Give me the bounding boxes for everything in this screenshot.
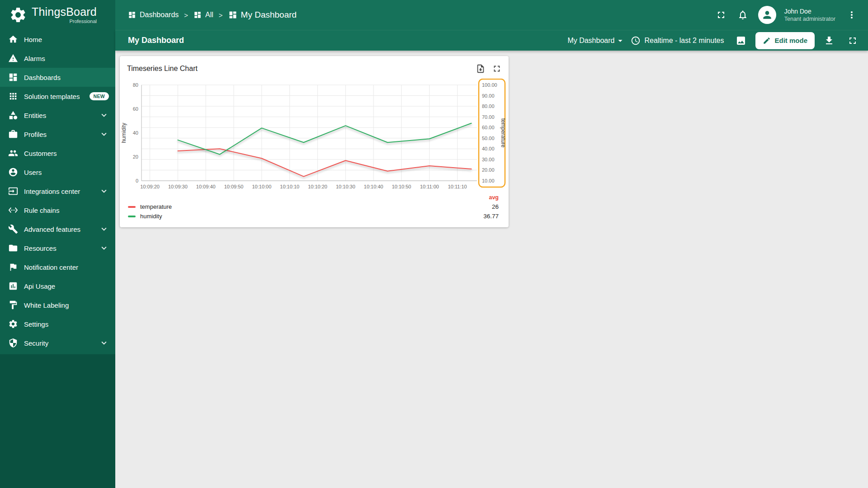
svg-text:100.00: 100.00: [482, 82, 497, 88]
timewindow-button[interactable]: Realtime - last 2 minutes: [631, 36, 724, 46]
chevron-down-icon: [99, 224, 109, 234]
breadcrumb-dashboards[interactable]: Dashboards: [128, 11, 179, 19]
widget-fullscreen-icon[interactable]: [490, 61, 504, 76]
legend-item-temperature[interactable]: temperature: [128, 202, 172, 211]
topbar-actions: John Doe Tenant administrator: [712, 6, 861, 24]
legend-avg-humidity: 36.77: [483, 211, 499, 221]
sidebar-item-label: Advanced features: [24, 225, 80, 233]
notifications-bell-icon[interactable]: [734, 6, 752, 24]
sidebar-item-label: Notification center: [24, 263, 78, 271]
breadcrumb-separator: >: [184, 11, 188, 19]
sidebar-item-integrations-center[interactable]: Integrations center: [0, 182, 115, 201]
sidebar-item-dashboards[interactable]: Dashboards: [0, 68, 115, 87]
sidebar-item-users[interactable]: Users: [0, 163, 115, 182]
sidebar-menu: Home Alarms Dashboards Solution template…: [0, 30, 115, 354]
right-axis-label: temperature: [500, 118, 506, 148]
legend-series: temperature humidity: [128, 192, 172, 221]
sidebar-item-profiles[interactable]: Profiles: [0, 125, 115, 144]
svg-text:20: 20: [133, 154, 138, 160]
fullscreen-button[interactable]: [712, 6, 730, 24]
sidebar: ThingsBoard Professional Home Alarms Das…: [0, 0, 115, 488]
dashboard-image-button[interactable]: [732, 32, 750, 50]
svg-text:10:09:20: 10:09:20: [140, 184, 160, 189]
folder-icon: [8, 243, 18, 253]
right-axis-highlighted[interactable]: 10.0020.0030.0040.0050.0060.0070.0080.00…: [479, 79, 506, 187]
user-menu[interactable]: John Doe Tenant administrator: [784, 7, 835, 23]
timeseries-chart[interactable]: 02040608010:09:2010:09:3010:09:4010:09:5…: [120, 79, 509, 192]
svg-text:60: 60: [133, 106, 138, 112]
legend-label: humidity: [140, 213, 162, 220]
warning-icon: [8, 53, 18, 63]
sidebar-item-advanced-features[interactable]: Advanced features: [0, 220, 115, 239]
svg-text:10:10:40: 10:10:40: [364, 184, 383, 189]
sidebar-item-security[interactable]: Security: [0, 333, 115, 352]
sidebar-item-api-usage[interactable]: Api Usage: [0, 277, 115, 296]
sidebar-item-rule-chains[interactable]: Rule chains: [0, 201, 115, 220]
svg-text:10.00: 10.00: [482, 178, 495, 183]
sidebar-item-label: Alarms: [24, 55, 45, 62]
timewindow-label: Realtime - last 2 minutes: [644, 37, 724, 45]
humidity-swatch: [128, 216, 136, 217]
apps-icon: [8, 91, 18, 101]
svg-text:80: 80: [133, 82, 138, 88]
dashboard-toolbar: My Dashboard My Dashboard Realtime - las…: [115, 30, 868, 51]
legend-item-humidity[interactable]: humidity: [128, 211, 172, 221]
more-vert-icon[interactable]: [843, 6, 861, 24]
sidebar-item-notification-center[interactable]: Notification center: [0, 258, 115, 277]
brand-edition: Professional: [32, 19, 97, 24]
dashboards-icon: [128, 11, 136, 19]
chart-box-icon: [8, 281, 18, 291]
sidebar-item-resources[interactable]: Resources: [0, 239, 115, 258]
dashboards-icon: [228, 10, 237, 19]
input-icon: [8, 186, 18, 196]
clock-icon: [631, 36, 641, 46]
breadcrumb-label: My Dashboard: [241, 10, 297, 20]
fullscreen-dashboard-button[interactable]: [844, 32, 862, 50]
app-logo[interactable]: ThingsBoard Professional: [0, 0, 115, 30]
chevron-down-icon: [99, 186, 109, 196]
brand-block: ThingsBoard Professional: [32, 6, 97, 24]
svg-text:50.00: 50.00: [482, 136, 495, 141]
settings-ethernet-icon: [8, 205, 18, 215]
sidebar-item-label: Customers: [24, 150, 57, 157]
chevron-down-icon: [99, 129, 109, 139]
edit-mode-label: Edit mode: [774, 37, 807, 44]
svg-text:10:09:30: 10:09:30: [168, 184, 188, 189]
edit-mode-button[interactable]: Edit mode: [755, 32, 815, 49]
dashboards-icon: [193, 11, 202, 19]
sidebar-item-settings[interactable]: Settings: [0, 314, 115, 333]
topbar: Dashboards > All > My Dashboard John Doe…: [115, 0, 868, 30]
breadcrumb-my-dashboard[interactable]: My Dashboard: [228, 10, 297, 20]
people-icon: [8, 148, 18, 158]
breadcrumb-all[interactable]: All: [193, 11, 213, 19]
breadcrumb: Dashboards > All > My Dashboard: [128, 10, 297, 20]
svg-text:10:09:40: 10:09:40: [196, 184, 216, 189]
svg-text:10:09:50: 10:09:50: [224, 184, 244, 189]
svg-text:40: 40: [133, 130, 138, 136]
download-button[interactable]: [820, 32, 838, 50]
avatar[interactable]: [758, 6, 776, 24]
sidebar-item-customers[interactable]: Customers: [0, 144, 115, 163]
chevron-down-icon: [99, 338, 109, 348]
state-select-value: My Dashboard: [567, 37, 614, 45]
widget-header: Timeseries Line Chart: [120, 56, 509, 76]
svg-text:40.00: 40.00: [482, 146, 495, 151]
legend-avg-header[interactable]: avg: [483, 192, 499, 202]
briefcase-icon: [8, 129, 18, 139]
sidebar-item-solution-templates[interactable]: Solution templates NEW: [0, 87, 115, 106]
dashboard-state-select[interactable]: My Dashboard: [567, 36, 625, 46]
thingsboard-logo-icon: [9, 6, 27, 24]
dashboards-icon: [8, 72, 18, 82]
sidebar-item-white-labeling[interactable]: White Labeling: [0, 296, 115, 314]
sidebar-item-entities[interactable]: Entities: [0, 106, 115, 125]
timeseries-widget[interactable]: Timeseries Line Chart 02040608010:09:201…: [120, 56, 509, 227]
sidebar-item-home[interactable]: Home: [0, 30, 115, 49]
category-icon: [8, 110, 18, 120]
svg-text:60.00: 60.00: [482, 125, 495, 130]
export-file-icon[interactable]: [473, 61, 488, 76]
brand-name: ThingsBoard: [32, 6, 97, 18]
sidebar-item-label: Users: [24, 169, 42, 176]
sidebar-item-alarms[interactable]: Alarms: [0, 49, 115, 68]
shield-icon: [8, 338, 18, 348]
svg-text:20.00: 20.00: [482, 167, 495, 173]
